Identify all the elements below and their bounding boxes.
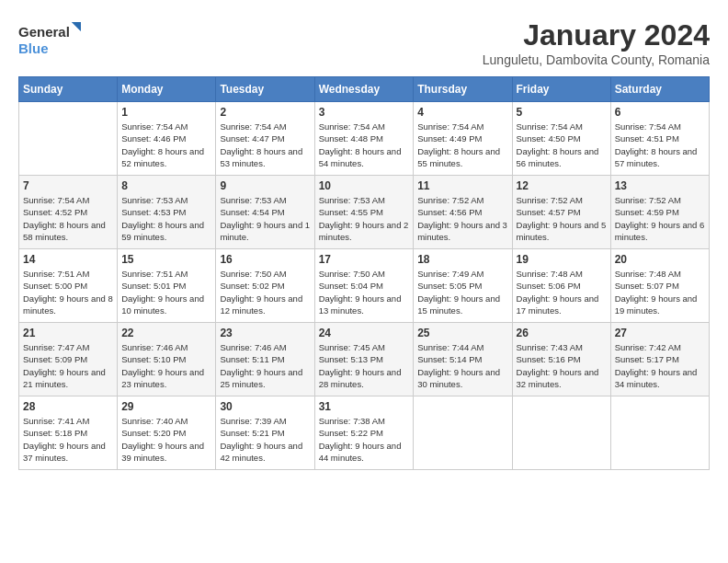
day-number: 29 xyxy=(121,400,211,413)
calendar-cell: 5 Sunrise: 7:54 AMSunset: 4:50 PMDayligh… xyxy=(512,102,610,176)
day-info: Sunrise: 7:48 AMSunset: 5:07 PMDaylight:… xyxy=(615,268,705,316)
day-number: 2 xyxy=(220,106,310,119)
day-info: Sunrise: 7:54 AMSunset: 4:46 PMDaylight:… xyxy=(121,121,211,169)
day-number: 19 xyxy=(517,253,607,266)
calendar-cell: 12 Sunrise: 7:52 AMSunset: 4:57 PMDaylig… xyxy=(512,176,610,249)
calendar-cell: 10 Sunrise: 7:53 AMSunset: 4:55 PMDaylig… xyxy=(314,176,414,249)
day-number: 24 xyxy=(319,327,410,339)
calendar-cell: 30 Sunrise: 7:39 AMSunset: 5:21 PMDaylig… xyxy=(216,396,314,470)
weekday-header: Friday xyxy=(512,77,610,102)
svg-text:Blue: Blue xyxy=(18,40,49,56)
day-number: 27 xyxy=(615,327,705,339)
day-info: Sunrise: 7:53 AMSunset: 4:55 PMDaylight:… xyxy=(319,194,410,243)
day-number: 11 xyxy=(417,179,507,192)
day-number: 18 xyxy=(417,253,507,266)
calendar-cell: 3 Sunrise: 7:54 AMSunset: 4:48 PMDayligh… xyxy=(314,102,414,176)
calendar-cell: 21 Sunrise: 7:47 AMSunset: 5:09 PMDaylig… xyxy=(19,323,118,396)
calendar-cell: 11 Sunrise: 7:52 AMSunset: 4:56 PMDaylig… xyxy=(414,176,512,249)
week-row: 7 Sunrise: 7:54 AMSunset: 4:52 PMDayligh… xyxy=(19,176,710,249)
day-number: 23 xyxy=(220,327,310,339)
calendar-cell: 20 Sunrise: 7:48 AMSunset: 5:07 PMDaylig… xyxy=(610,249,709,323)
week-row: 14 Sunrise: 7:51 AMSunset: 5:00 PMDaylig… xyxy=(19,249,710,323)
calendar-cell: 29 Sunrise: 7:40 AMSunset: 5:20 PMDaylig… xyxy=(118,396,216,470)
day-number: 8 xyxy=(121,179,211,192)
day-number: 21 xyxy=(23,327,113,339)
day-info: Sunrise: 7:45 AMSunset: 5:13 PMDaylight:… xyxy=(319,341,410,390)
calendar-cell: 14 Sunrise: 7:51 AMSunset: 5:00 PMDaylig… xyxy=(19,249,118,323)
day-info: Sunrise: 7:50 AMSunset: 5:02 PMDaylight:… xyxy=(220,268,310,316)
calendar-cell: 24 Sunrise: 7:45 AMSunset: 5:13 PMDaylig… xyxy=(314,323,414,396)
day-info: Sunrise: 7:48 AMSunset: 5:06 PMDaylight:… xyxy=(517,268,607,316)
location: Lunguletu, Dambovita County, Romania xyxy=(483,52,710,67)
calendar-cell: 23 Sunrise: 7:46 AMSunset: 5:11 PMDaylig… xyxy=(216,323,314,396)
day-number: 28 xyxy=(23,400,113,413)
day-number: 13 xyxy=(615,179,705,192)
day-number: 30 xyxy=(220,400,310,413)
logo-svg: General Blue xyxy=(18,18,83,59)
calendar-cell: 8 Sunrise: 7:53 AMSunset: 4:53 PMDayligh… xyxy=(118,176,216,249)
calendar-cell xyxy=(19,102,118,176)
day-info: Sunrise: 7:50 AMSunset: 5:04 PMDaylight:… xyxy=(319,268,410,316)
day-number: 3 xyxy=(319,106,410,119)
day-info: Sunrise: 7:38 AMSunset: 5:22 PMDaylight:… xyxy=(319,415,410,464)
calendar-table: SundayMondayTuesdayWednesdayThursdayFrid… xyxy=(18,76,710,470)
weekday-header: Thursday xyxy=(414,77,512,102)
calendar-cell: 4 Sunrise: 7:54 AMSunset: 4:49 PMDayligh… xyxy=(414,102,512,176)
day-info: Sunrise: 7:53 AMSunset: 4:53 PMDaylight:… xyxy=(121,194,211,243)
calendar-cell: 9 Sunrise: 7:53 AMSunset: 4:54 PMDayligh… xyxy=(216,176,314,249)
day-info: Sunrise: 7:40 AMSunset: 5:20 PMDaylight:… xyxy=(121,415,211,464)
day-number: 1 xyxy=(121,106,211,119)
calendar-cell: 27 Sunrise: 7:42 AMSunset: 5:17 PMDaylig… xyxy=(610,323,709,396)
day-info: Sunrise: 7:54 AMSunset: 4:49 PMDaylight:… xyxy=(417,121,507,169)
svg-text:General: General xyxy=(18,24,70,40)
day-info: Sunrise: 7:47 AMSunset: 5:09 PMDaylight:… xyxy=(23,341,113,390)
week-row: 1 Sunrise: 7:54 AMSunset: 4:46 PMDayligh… xyxy=(19,102,710,176)
day-number: 10 xyxy=(319,179,410,192)
calendar-cell: 19 Sunrise: 7:48 AMSunset: 5:06 PMDaylig… xyxy=(512,249,610,323)
day-info: Sunrise: 7:44 AMSunset: 5:14 PMDaylight:… xyxy=(417,341,507,390)
weekday-header: Tuesday xyxy=(216,77,314,102)
day-number: 26 xyxy=(517,327,607,339)
day-number: 15 xyxy=(121,253,211,266)
day-number: 25 xyxy=(417,327,507,339)
day-info: Sunrise: 7:54 AMSunset: 4:50 PMDaylight:… xyxy=(517,121,607,169)
weekday-header: Monday xyxy=(118,77,216,102)
day-info: Sunrise: 7:52 AMSunset: 4:59 PMDaylight:… xyxy=(615,194,705,243)
calendar-cell: 15 Sunrise: 7:51 AMSunset: 5:01 PMDaylig… xyxy=(118,249,216,323)
day-info: Sunrise: 7:54 AMSunset: 4:48 PMDaylight:… xyxy=(319,121,410,169)
day-number: 31 xyxy=(319,400,410,413)
day-info: Sunrise: 7:41 AMSunset: 5:18 PMDaylight:… xyxy=(23,415,113,464)
calendar-cell xyxy=(610,396,709,470)
calendar-cell xyxy=(414,396,512,470)
calendar-cell xyxy=(512,396,610,470)
title-block: January 2024 Lunguletu, Dambovita County… xyxy=(483,18,710,67)
day-info: Sunrise: 7:43 AMSunset: 5:16 PMDaylight:… xyxy=(517,341,607,390)
weekday-header: Sunday xyxy=(19,77,118,102)
day-info: Sunrise: 7:54 AMSunset: 4:51 PMDaylight:… xyxy=(615,121,705,169)
week-row: 21 Sunrise: 7:47 AMSunset: 5:09 PMDaylig… xyxy=(19,323,710,396)
day-info: Sunrise: 7:49 AMSunset: 5:05 PMDaylight:… xyxy=(417,268,507,316)
page-header: General Blue January 2024 Lunguletu, Dam… xyxy=(18,18,710,67)
calendar-cell: 2 Sunrise: 7:54 AMSunset: 4:47 PMDayligh… xyxy=(216,102,314,176)
day-number: 5 xyxy=(517,106,607,119)
weekday-header: Wednesday xyxy=(314,77,414,102)
week-row: 28 Sunrise: 7:41 AMSunset: 5:18 PMDaylig… xyxy=(19,396,710,470)
calendar-cell: 7 Sunrise: 7:54 AMSunset: 4:52 PMDayligh… xyxy=(19,176,118,249)
calendar-cell: 18 Sunrise: 7:49 AMSunset: 5:05 PMDaylig… xyxy=(414,249,512,323)
day-number: 9 xyxy=(220,179,310,192)
month-year: January 2024 xyxy=(483,18,710,52)
calendar-cell: 26 Sunrise: 7:43 AMSunset: 5:16 PMDaylig… xyxy=(512,323,610,396)
calendar-cell: 17 Sunrise: 7:50 AMSunset: 5:04 PMDaylig… xyxy=(314,249,414,323)
day-info: Sunrise: 7:42 AMSunset: 5:17 PMDaylight:… xyxy=(615,341,705,390)
day-number: 20 xyxy=(615,253,705,266)
day-number: 17 xyxy=(319,253,410,266)
day-info: Sunrise: 7:54 AMSunset: 4:52 PMDaylight:… xyxy=(23,194,113,243)
day-number: 4 xyxy=(417,106,507,119)
calendar-cell: 25 Sunrise: 7:44 AMSunset: 5:14 PMDaylig… xyxy=(414,323,512,396)
day-info: Sunrise: 7:51 AMSunset: 5:00 PMDaylight:… xyxy=(23,268,113,316)
calendar-cell: 13 Sunrise: 7:52 AMSunset: 4:59 PMDaylig… xyxy=(610,176,709,249)
day-number: 12 xyxy=(517,179,607,192)
calendar-cell: 28 Sunrise: 7:41 AMSunset: 5:18 PMDaylig… xyxy=(19,396,118,470)
day-number: 14 xyxy=(23,253,113,266)
day-info: Sunrise: 7:46 AMSunset: 5:11 PMDaylight:… xyxy=(220,341,310,390)
